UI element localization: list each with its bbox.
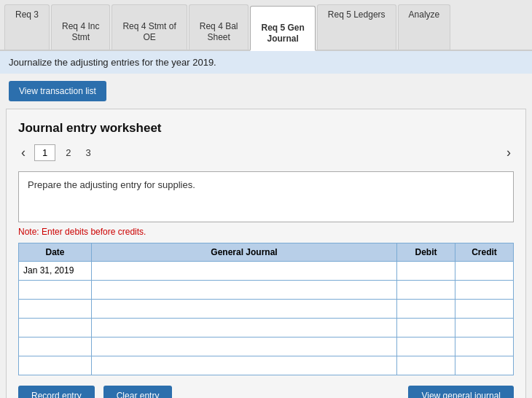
journal-input-4[interactable] [96, 322, 392, 332]
table-row [19, 337, 514, 356]
debit-cell-5[interactable] [397, 337, 455, 356]
credit-cell-4[interactable] [455, 318, 514, 337]
date-cell-2 [19, 280, 92, 299]
credit-input-1[interactable] [460, 266, 509, 276]
debit-cell-1[interactable] [397, 261, 455, 280]
main-panel: Journal entry worksheet ‹ 1 2 3 › Prepar… [6, 109, 526, 398]
note-text: Note: Enter debits before credits. [18, 227, 514, 237]
col-header-journal: General Journal [92, 243, 397, 261]
table-row [19, 318, 514, 337]
col-header-credit: Credit [455, 243, 514, 261]
credit-input-6[interactable] [460, 361, 509, 371]
journal-cell-3[interactable] [92, 299, 397, 318]
tab-req4bal[interactable]: Req 4 Bal Sheet [189, 4, 249, 50]
journal-cell-2[interactable] [92, 280, 397, 299]
view-general-journal-button[interactable]: View general journal [408, 386, 514, 398]
tab-analyze[interactable]: Analyze [398, 4, 451, 50]
credit-cell-2[interactable] [455, 280, 514, 299]
record-entry-button[interactable]: Record entry [18, 386, 95, 398]
credit-cell-1[interactable] [455, 261, 514, 280]
description-text: Prepare the adjusting entry for supplies… [28, 179, 195, 190]
journal-input-1[interactable] [96, 265, 392, 276]
date-cell-4 [19, 318, 92, 337]
page-1-active[interactable]: 1 [34, 144, 55, 161]
table-row: Jan 31, 2019 [19, 261, 514, 280]
credit-input-4[interactable] [460, 323, 509, 333]
table-row [19, 280, 514, 299]
debit-cell-4[interactable] [397, 318, 455, 337]
journal-input-2[interactable] [96, 284, 392, 294]
col-header-date: Date [19, 243, 92, 261]
debit-input-1[interactable] [402, 266, 450, 276]
prev-page-button[interactable]: ‹ [18, 145, 28, 160]
col-header-debit: Debit [397, 243, 455, 261]
credit-cell-3[interactable] [455, 299, 514, 318]
tab-req5ledgers[interactable]: Req 5 Ledgers [317, 4, 396, 50]
journal-cell-5[interactable] [92, 337, 397, 356]
tab-req5gen[interactable]: Req 5 Gen Journal [250, 6, 315, 51]
credit-input-5[interactable] [460, 342, 509, 352]
description-box: Prepare the adjusting entry for supplies… [18, 171, 514, 222]
instruction-text: Journalize the adjusting entries for the… [9, 57, 216, 68]
debit-input-2[interactable] [402, 285, 450, 295]
date-cell-1: Jan 31, 2019 [19, 261, 92, 280]
debit-input-3[interactable] [402, 304, 450, 314]
journal-input-5[interactable] [96, 341, 392, 351]
journal-input-3[interactable] [96, 303, 392, 313]
debit-input-6[interactable] [402, 361, 450, 371]
debit-cell-2[interactable] [397, 280, 455, 299]
date-cell-5 [19, 337, 92, 356]
page-2[interactable]: 2 [61, 145, 75, 160]
debit-input-4[interactable] [402, 323, 450, 333]
date-cell-3 [19, 299, 92, 318]
tab-req4inc[interactable]: Req 4 Inc Stmt [51, 4, 110, 50]
journal-cell-1[interactable] [92, 261, 397, 280]
journal-cell-4[interactable] [92, 318, 397, 337]
panel-title: Journal entry worksheet [18, 121, 514, 136]
credit-input-3[interactable] [460, 304, 509, 314]
date-cell-6 [19, 356, 92, 375]
view-transaction-button[interactable]: View transaction list [9, 81, 106, 101]
page-navigation: ‹ 1 2 3 › [18, 144, 514, 161]
tab-req4stmt[interactable]: Req 4 Stmt of OE [112, 4, 187, 50]
tabs-bar: Req 3 Req 4 Inc Stmt Req 4 Stmt of OE Re… [0, 0, 532, 51]
journal-cell-6[interactable] [92, 356, 397, 375]
credit-cell-5[interactable] [455, 337, 514, 356]
bottom-buttons: Record entry Clear entry View general jo… [18, 386, 514, 398]
tab-req3[interactable]: Req 3 [4, 4, 50, 50]
table-row [19, 356, 514, 375]
instruction-bar: Journalize the adjusting entries for the… [0, 51, 532, 74]
debit-input-5[interactable] [402, 342, 450, 352]
journal-input-6[interactable] [96, 360, 392, 370]
page-3[interactable]: 3 [81, 145, 95, 160]
journal-table: Date General Journal Debit Credit Jan 31… [18, 243, 514, 375]
next-page-button[interactable]: › [504, 145, 514, 160]
credit-input-2[interactable] [460, 285, 509, 295]
debit-cell-6[interactable] [397, 356, 455, 375]
credit-cell-6[interactable] [455, 356, 514, 375]
table-row [19, 299, 514, 318]
debit-cell-3[interactable] [397, 299, 455, 318]
clear-entry-button[interactable]: Clear entry [103, 386, 173, 398]
